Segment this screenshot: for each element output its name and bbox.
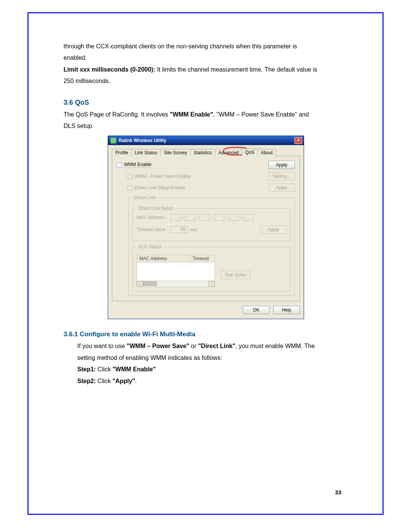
label-wmm-enable[interactable]: WMM Enable bbox=[124, 162, 151, 168]
app-icon bbox=[110, 137, 116, 144]
checkbox-dls-enable bbox=[127, 185, 132, 190]
dls-scrollbar[interactable]: ‹ › bbox=[137, 281, 215, 287]
window-title: Ralink Wireless Utility bbox=[119, 138, 295, 143]
row-dls-enable: Direct Link Setup Enable Apply bbox=[127, 184, 295, 192]
qos-para-1a: The QoS Page of RaConfig. It involves bbox=[64, 111, 170, 118]
mac-input-1 bbox=[171, 214, 181, 221]
section-number: 3.6 bbox=[64, 99, 73, 106]
tab-advanced[interactable]: Advanced bbox=[215, 149, 242, 156]
ralink-window: Ralink Wireless Utility × Profile Link S… bbox=[108, 136, 304, 319]
step1: Step1: Click "WMM Enable" bbox=[77, 364, 348, 375]
sub-para-2: setting method of enabling WMM indicates… bbox=[77, 352, 348, 364]
help-button[interactable]: Help bbox=[273, 306, 300, 314]
dls-table: MAC Address Timeout bbox=[137, 255, 215, 281]
timeout-unit: sec bbox=[190, 227, 198, 232]
timeout-label: Timeout Value : bbox=[137, 227, 168, 232]
legend-direct-link: Direct Link bbox=[132, 195, 157, 200]
step2-quote: "Apply" bbox=[112, 378, 135, 384]
teardown-button: Tear Down bbox=[220, 271, 250, 279]
step2: Step2: Click "Apply". bbox=[77, 375, 348, 387]
limit-rest: It limits the channel measurement time. … bbox=[155, 66, 317, 73]
apply-wmm-button[interactable]: Apply bbox=[268, 161, 295, 169]
tab-strip: Profile Link Status Site Survey Statisti… bbox=[112, 148, 300, 156]
mac-input-5 bbox=[229, 214, 239, 221]
col-mac: MAC Address bbox=[137, 255, 190, 262]
mac-input-2 bbox=[185, 214, 195, 221]
mac-label: MAC Address : bbox=[137, 215, 167, 220]
fieldset-direct-link-setup: Direct Link Setup MAC Address : - - - - … bbox=[132, 206, 291, 241]
step2-bold: Step2: bbox=[77, 378, 96, 384]
sub-para-1: If you want to use "WMM – Power Save" or… bbox=[77, 340, 348, 352]
dls-table-head: MAC Address Timeout bbox=[137, 255, 215, 262]
window-body: Profile Link Status Site Survey Statisti… bbox=[108, 145, 304, 319]
mac-input-3 bbox=[200, 214, 210, 221]
section-heading-qos: 3.6 QoS bbox=[64, 99, 348, 107]
checkbox-wmm-ps bbox=[127, 174, 132, 179]
scroll-thumb[interactable] bbox=[143, 281, 157, 286]
body-para-ccx-1: through the CCX-compliant clients on the… bbox=[64, 41, 348, 52]
step2-rest: Click bbox=[96, 378, 113, 384]
timeout-row: Timeout Value : 60 sec Apply bbox=[137, 225, 287, 234]
tab-qos[interactable]: QoS bbox=[242, 149, 258, 156]
sub-p1-c: , you must enable WMM. The bbox=[235, 343, 315, 349]
row-wmm-ps: WMM - Power Save Enable Setting... bbox=[127, 172, 295, 181]
fieldset-dls-status: DLS Status MAC Address Timeout bbox=[132, 244, 291, 291]
tab-link-status[interactable]: Link Status bbox=[131, 149, 161, 156]
step1-bold: Step1: bbox=[77, 366, 96, 372]
row-wmm-enable: WMM Enable Apply bbox=[117, 161, 295, 169]
setting-button: Setting... bbox=[268, 172, 295, 181]
sub-p1-b2: "Direct Link" bbox=[198, 343, 236, 349]
titlebar[interactable]: Ralink Wireless Utility × bbox=[108, 136, 304, 145]
tab-statistics[interactable]: Statistics bbox=[190, 149, 215, 156]
legend-direct-link-setup: Direct Link Setup bbox=[137, 206, 174, 211]
sub-p1-a: If you want to use bbox=[77, 343, 127, 349]
subsection-heading: 3.6.1 Configure to enable Wi-Fi Multi-Me… bbox=[64, 331, 348, 338]
timeout-input: 60 bbox=[170, 226, 188, 233]
tabs-wrap: Profile Link Status Site Survey Statisti… bbox=[112, 148, 300, 156]
apply-directlink-button: Apply bbox=[260, 225, 287, 234]
ok-button[interactable]: OK bbox=[243, 306, 269, 314]
scroll-right-icon[interactable]: › bbox=[209, 281, 215, 286]
label-wmm-ps: WMM - Power Save Enable bbox=[135, 174, 191, 179]
body-para-limit-2: 250 milliseconds. bbox=[64, 75, 348, 87]
apply-dls-button: Apply bbox=[268, 184, 295, 192]
footer-buttons: OK Help bbox=[112, 306, 300, 314]
body-para-limit: Limit xxx milliseconds (0-2000): It limi… bbox=[64, 64, 348, 75]
col-timeout: Timeout bbox=[190, 255, 215, 262]
qos-para-1b: , "WMM – Power Save Enable" and bbox=[213, 111, 309, 118]
close-icon[interactable]: × bbox=[295, 137, 302, 144]
label-dls-enable: Direct Link Setup Enable bbox=[135, 185, 185, 190]
limit-label-bold: Limit xxx milliseconds (0-2000): bbox=[64, 66, 155, 73]
step1-quote: "WMM Enable" bbox=[112, 366, 156, 372]
qos-para-2: DLS setup. bbox=[64, 120, 348, 132]
tab-about[interactable]: About bbox=[257, 149, 276, 156]
mac-input-6 bbox=[243, 214, 253, 221]
qos-para-1: The QoS Page of RaConfig. It involves "W… bbox=[64, 109, 348, 120]
fieldset-direct-link: Direct Link Direct Link Setup MAC Addres… bbox=[128, 195, 295, 296]
mac-row: MAC Address : - - - - - bbox=[137, 214, 287, 221]
qos-panel: WMM Enable Apply WMM - Power Save Enable… bbox=[112, 156, 300, 301]
sub-p1-b1: "WMM – Power Save" bbox=[127, 343, 190, 349]
body-para-ccx-2: enabled. bbox=[64, 52, 348, 64]
tab-profile[interactable]: Profile bbox=[112, 149, 132, 156]
scroll-left-icon[interactable]: ‹ bbox=[137, 281, 143, 286]
tab-site-survey[interactable]: Site Survey bbox=[160, 149, 190, 156]
page-frame: through the CCX-compliant clients on the… bbox=[27, 12, 384, 515]
step1-rest: Click bbox=[96, 366, 113, 372]
page-number: 33 bbox=[335, 489, 341, 495]
mac-input-4 bbox=[214, 214, 224, 221]
dls-table-body bbox=[137, 262, 215, 281]
checkbox-wmm-enable[interactable] bbox=[117, 163, 122, 168]
sub-p1-mid: or bbox=[189, 343, 198, 349]
legend-dls-status: DLS Status bbox=[137, 244, 163, 249]
step2-dot: . bbox=[135, 378, 137, 384]
qos-bold-wmm-enable: "WMM Enable" bbox=[170, 111, 213, 118]
scroll-track[interactable] bbox=[143, 281, 209, 287]
section-title: QoS bbox=[75, 99, 89, 106]
